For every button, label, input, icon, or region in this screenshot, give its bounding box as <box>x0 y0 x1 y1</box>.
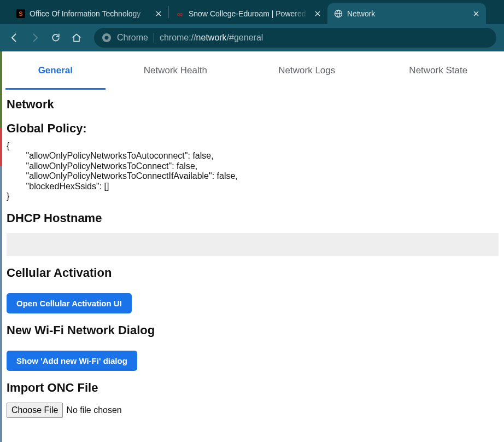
page-content: General Network Health Network Logs Netw… <box>0 51 504 442</box>
home-button[interactable] <box>70 31 83 44</box>
close-icon[interactable] <box>313 9 322 18</box>
svg-point-2 <box>105 36 109 40</box>
forward-button[interactable] <box>28 31 42 44</box>
new-wifi-dialog-heading: New Wi-Fi Network Dialog <box>7 323 499 338</box>
file-status-label: No file chosen <box>66 405 121 415</box>
chrome-icon <box>102 33 112 43</box>
browser-tab-0[interactable]: S Office Of Information Technology <box>10 3 168 24</box>
dhcp-hostname-input[interactable] <box>7 233 499 256</box>
globe-icon <box>334 9 343 18</box>
omnibox-url: chrome://network/#general <box>160 33 263 43</box>
browser-tab-1[interactable]: ∞ Snow College-Eduroam | Powered <box>169 3 327 24</box>
global-policy-heading: Global Policy: <box>7 121 499 136</box>
left-accent-decoration <box>0 51 2 442</box>
tab-title: Network <box>347 9 467 18</box>
omnibox-separator <box>154 33 154 43</box>
tab-strip: S Office Of Information Technology ∞ Sno… <box>0 0 504 24</box>
file-input-row: Choose File No file chosen <box>7 403 499 418</box>
close-icon[interactable] <box>472 9 480 18</box>
omnibox-security-label: Chrome <box>117 33 148 43</box>
favicon-infinity-icon: ∞ <box>175 9 184 18</box>
close-icon[interactable] <box>154 9 163 18</box>
page-tabs: General Network Health Network Logs Netw… <box>1 51 504 90</box>
import-onc-heading: Import ONC File <box>7 381 499 395</box>
favicon-s-icon: S <box>16 9 25 18</box>
show-add-wifi-dialog-button[interactable]: Show 'Add new Wi-Fi' dialog <box>7 351 137 371</box>
browser-chrome: S Office Of Information Technology ∞ Sno… <box>0 0 504 51</box>
address-bar[interactable]: Chrome chrome://network/#general <box>94 28 496 48</box>
tab-network-health[interactable]: Network Health <box>110 51 241 90</box>
tab-network-logs[interactable]: Network Logs <box>241 51 372 90</box>
tab-title: Snow College-Eduroam | Powered <box>189 9 309 18</box>
reload-button[interactable] <box>49 31 62 44</box>
tab-general[interactable]: General <box>1 51 110 90</box>
content-area: Network Global Policy: { "allowOnlyPolic… <box>1 90 504 429</box>
choose-file-button[interactable]: Choose File <box>7 403 63 418</box>
global-policy-value: { "allowOnlyPolicyNetworksToAutoconnect"… <box>7 141 499 201</box>
browser-tab-2[interactable]: Network <box>327 3 486 24</box>
tab-title: Office Of Information Technology <box>30 9 150 18</box>
cellular-activation-heading: Cellular Activation <box>7 266 499 280</box>
dhcp-hostname-heading: DHCP Hostname <box>7 211 499 225</box>
tab-network-state[interactable]: Network State <box>373 51 504 90</box>
browser-toolbar: Chrome chrome://network/#general <box>0 24 504 51</box>
network-heading: Network <box>7 97 499 112</box>
open-cellular-activation-button[interactable]: Open Cellular Activation UI <box>7 293 132 313</box>
back-button[interactable] <box>8 31 21 44</box>
